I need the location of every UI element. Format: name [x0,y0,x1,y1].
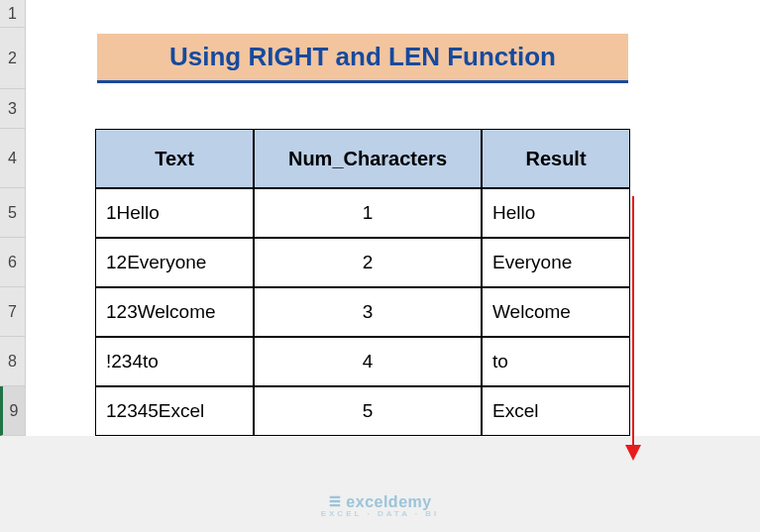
cell[interactable] [630,89,709,129]
cell[interactable] [95,89,254,129]
cell[interactable] [26,0,95,28]
page-title: Using RIGHT and LEN Function [97,34,628,83]
table-cell-text[interactable]: 123Welcome [95,287,254,337]
row-header[interactable]: 1 [0,0,26,28]
cell[interactable] [26,28,95,89]
table-cell-result[interactable]: Everyone [482,238,630,287]
watermark: exceldemy EXCEL · DATA · BI [0,493,760,518]
cell[interactable] [630,287,709,337]
row-header[interactable]: 8 [0,337,26,386]
brand-logo-icon [328,494,342,508]
cell[interactable] [26,287,95,337]
watermark-brand: exceldemy [346,493,431,510]
cell[interactable] [26,188,95,238]
table-cell-text[interactable]: !234to [95,337,254,386]
cell[interactable] [630,188,709,238]
row-header[interactable]: 5 [0,188,26,238]
spreadsheet-grid: 1 2 3 4 5 6 7 8 9 Using RIGHT and LEN Fu… [0,0,760,436]
cell[interactable] [630,238,709,287]
table-cell-num[interactable]: 2 [254,238,482,287]
cell[interactable] [254,0,482,28]
cell[interactable] [630,386,709,436]
cell[interactable] [254,89,482,129]
cell[interactable] [95,0,254,28]
cell[interactable] [630,337,709,386]
cell[interactable] [630,129,709,188]
table-cell-result[interactable]: Excel [482,386,630,436]
watermark-tagline: EXCEL · DATA · BI [0,509,760,518]
cell[interactable] [482,89,630,129]
table-cell-num[interactable]: 3 [254,287,482,337]
cell[interactable] [26,129,95,188]
cell[interactable] [26,337,95,386]
row-header[interactable]: 3 [0,89,26,129]
cell[interactable] [26,89,95,129]
table-cell-num[interactable]: 1 [254,188,482,238]
cell[interactable] [482,0,630,28]
col-header-text[interactable]: Text [95,129,254,188]
table-cell-text[interactable]: 12Everyone [95,238,254,287]
cell[interactable] [630,0,709,28]
table-cell-result[interactable]: Hello [482,188,630,238]
table-cell-num[interactable]: 4 [254,337,482,386]
col-header-result[interactable]: Result [482,129,630,188]
row-header-selected[interactable]: 9 [0,386,26,436]
row-header[interactable]: 2 [0,28,26,89]
row-header[interactable]: 7 [0,287,26,337]
table-cell-text[interactable]: 12345Excel [95,386,254,436]
cell[interactable] [26,386,95,436]
table-cell-result[interactable]: Welcome [482,287,630,337]
cell[interactable] [630,28,709,89]
row-header[interactable]: 6 [0,238,26,287]
table-cell-text[interactable]: 1Hello [95,188,254,238]
row-header[interactable]: 4 [0,129,26,188]
col-header-num[interactable]: Num_Characters [254,129,482,188]
table-cell-num[interactable]: 5 [254,386,482,436]
table-cell-result[interactable]: to [482,337,630,386]
autofill-arrow-icon [632,196,634,459]
cell[interactable] [26,238,95,287]
